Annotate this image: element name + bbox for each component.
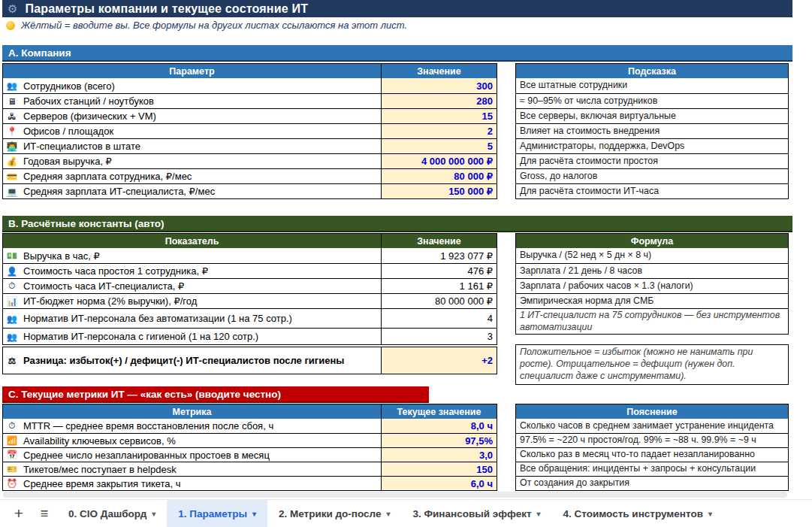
tab-metrics-before-after[interactable]: 2. Метрики до-после ▾ [267,500,402,527]
hint-cell[interactable]: Администраторы, поддержка, DevOps [516,138,788,153]
param-label: Стоимость часа ИТ-специалиста, ₽ [23,280,184,292]
col-header-explanation: Пояснение [516,404,788,419]
add-sheet-button[interactable]: + [6,500,32,527]
param-cell-availability[interactable]: 📶Availability ключевых сервисов, % [3,434,382,447]
value-cell-downtime-cost[interactable]: 476 ₽ [382,264,497,278]
formula-cell[interactable]: Зарплата / рабочих часов × 1.3 (налоги) [516,278,788,293]
money-bag-icon: 💰 [6,156,18,167]
value-cell-it-staff[interactable]: 5 [382,139,497,153]
value-cell-ticket-close-time[interactable]: 6,0 ч [382,477,497,490]
all-sheets-menu-button[interactable]: ≡ [32,500,57,527]
param-cell-revenue-per-hour[interactable]: 💵Выручка в час, ₽ [3,248,382,263]
param-label: Среднее время закрытия тикета, ч [23,478,181,489]
value-cell-staff-norm[interactable]: 4 [382,309,497,328]
value-cell-mttr[interactable]: 8,0 ч [382,419,497,433]
col-header-param: Параметр [3,64,382,78]
param-label: Сотрудников (всего) [23,80,115,92]
hint-cell[interactable]: Все штатные сотрудники [516,78,788,93]
value-cell-employees[interactable]: 300 [382,78,497,93]
param-cell-it-staff[interactable]: 👨‍💻ИТ-специалистов в штате [3,139,382,153]
hint-cell[interactable]: Все обращения: инциденты + запросы + кон… [516,462,788,476]
value-cell-difference[interactable]: +2 [382,347,497,374]
value-cell-workstations[interactable]: 280 [382,94,497,108]
param-cell-it-budget[interactable]: 📊ИТ-бюджет норма (2% выручки), ₽/год [3,294,382,308]
chevron-down-icon[interactable]: ▾ [708,510,712,518]
hint-cell[interactable]: От создания до закрытия [516,476,788,490]
table-row: ⏰Среднее время закрытия тикета, ч 6,0 ч [3,476,497,490]
param-cell-servers[interactable]: 🖧Серверов (физических + VM) [3,109,382,123]
param-label: Норматив ИТ-персонала с гигиеной (1 на 1… [23,331,258,342]
value-cell-tickets[interactable]: 150 [382,462,497,476]
yellow-dot-icon [6,21,15,30]
table-row: 🎫Тикетов/мес поступает в helpdesk 150 [3,462,497,476]
horizontal-scrollbar[interactable] [3,492,787,498]
page-title: Параметры компании и текущее состояние И… [25,2,308,16]
hint-cell[interactable]: Для расчёта стоимости простоя [516,153,788,168]
hint-cell[interactable]: 97.5% = ~220 ч простоя/год. 99% = ~88 ч.… [516,433,788,447]
value-cell-it-hour-cost[interactable]: 1 161 ₽ [382,279,497,293]
tab-parameters[interactable]: 1. Параметры ▾ [167,500,267,527]
value-cell-it-salary[interactable]: 150 000 ₽ [382,184,497,198]
param-cell-staff-norm[interactable]: 👥Норматив ИТ-персонала без автоматизации… [3,309,382,328]
chevron-down-icon[interactable]: ▾ [152,510,155,518]
col-header-value: Значение [382,234,497,248]
hint-cell[interactable]: Влияет на стоимость внедрения [516,123,788,138]
people-icon: 👥 [6,332,18,342]
value-cell-offices[interactable]: 2 [382,124,497,138]
value-cell-staff-norm-hygiene[interactable]: 3 [382,329,497,344]
result-row: ⚖Разница: избыток(+) / дефицит(-) ИТ-спе… [2,347,497,374]
tab-label: 1. Параметры [178,508,247,519]
hint-cell[interactable]: Сколько раз в месяц что-то падает незапл… [516,447,788,462]
param-cell-employees[interactable]: 👥Сотрудников (всего) [3,78,382,93]
balance-scale-icon: ⚖ [6,356,18,366]
tab-tools-cost[interactable]: 4. Стоимость инструментов ▾ [552,500,723,527]
hint-cell[interactable]: Все серверы, включая виртуальные [516,108,788,123]
param-cell-difference[interactable]: ⚖Разница: избыток(+) / дефицит(-) ИТ-спе… [3,347,382,374]
hint-cell[interactable]: Для расчёта стоимости ИТ-часа [516,183,788,198]
col-header-hint: Подсказка [516,64,788,78]
value-cell-revenue[interactable]: 4 000 000 000 ₽ [382,154,497,168]
formula-cell[interactable]: 1 ИТ-специалист на 75 сотрудников — без … [516,308,788,334]
formula-cell[interactable]: Выручка / (52 нед × 5 дн × 8 ч) [516,248,788,263]
value-cell-revenue-per-hour[interactable]: 1 923 077 ₽ [382,248,497,263]
param-cell-it-salary[interactable]: 💻Средняя зарплата ИТ-специалиста, ₽/мес [3,184,382,198]
formula-cell[interactable]: Зарплата / 21 день / 8 часов [516,263,788,278]
param-cell-offices[interactable]: 📍Офисов / площадок [3,124,382,138]
section-c-column-headers: Метрика Текущее значение [3,404,497,419]
param-cell-downtime-cost[interactable]: 👤Стоимость часа простоя 1 сотрудника, ₽ [3,264,382,278]
legend-note: Жёлтый = вводите вы. Все формулы на друг… [6,20,407,31]
hint-cell[interactable]: Сколько часов в среднем занимает устране… [516,419,788,433]
location-pin-icon: 📍 [6,126,18,137]
param-cell-ticket-close-time[interactable]: ⏰Среднее время закрытия тикета, ч [3,477,382,490]
param-cell-avg-salary[interactable]: 💳Средняя зарплата сотрудника, ₽/мес [3,169,382,183]
hint-cell[interactable]: ≈ 90–95% от числа сотрудников [516,93,788,108]
param-cell-it-hour-cost[interactable]: ⏱Стоимость часа ИТ-специалиста, ₽ [3,279,382,293]
table-row: 💳Средняя зарплата сотрудника, ₽/мес 80 0… [3,168,497,183]
tab-financial-effect[interactable]: 3. Финансовый эффект ▾ [401,500,551,527]
hint-cell[interactable]: Gross, до налогов [516,168,788,183]
workstation-icon: 🖥 [6,97,18,106]
chevron-down-icon[interactable]: ▾ [537,510,541,518]
chevron-down-icon[interactable]: ▾ [386,510,390,518]
param-cell-outages[interactable]: 📅Среднее число незапланированных простое… [3,448,382,462]
param-cell-workstations[interactable]: 🖥Рабочих станций / ноутбуков [3,94,382,108]
param-cell-revenue[interactable]: 💰Годовая выручка, ₽ [3,154,382,168]
value-cell-avg-salary[interactable]: 80 000 ₽ [382,169,497,183]
param-cell-staff-norm-hygiene[interactable]: 👥Норматив ИТ-персонала с гигиеной (1 на … [3,329,382,344]
tab-cio-dashboard[interactable]: 0. CIO Дашборд ▾ [57,500,167,527]
value-cell-availability[interactable]: 97,5% [382,434,497,447]
value-cell-servers[interactable]: 15 [382,109,497,123]
param-cell-mttr[interactable]: ⏱MTTR — среднее время восстановления пос… [3,419,382,433]
result-hint-cell[interactable]: Положительное = избыток (можно не нанима… [515,344,789,385]
tab-label: 0. CIO Дашборд [68,508,146,519]
param-label: Офисов / площадок [23,126,113,137]
chevron-down-icon[interactable]: ▾ [252,510,256,518]
table-row: 📶Availability ключевых сервисов, % 97,5% [3,433,497,447]
table-row: 📅Среднее число незапланированных простое… [3,447,497,462]
formula-cell[interactable]: Эмпирическая норма для СМБ [516,293,788,308]
param-cell-tickets[interactable]: 🎫Тикетов/мес поступает в helpdesk [3,462,382,476]
param-label: Разница: избыток(+) / дефицит(-) ИТ-спец… [23,355,344,366]
value-cell-outages[interactable]: 3,0 [382,448,497,462]
value-cell-it-budget[interactable]: 80 000 000 ₽ [382,294,497,308]
table-row: 👥Норматив ИТ-персонала с гигиеной (1 на … [3,328,497,344]
